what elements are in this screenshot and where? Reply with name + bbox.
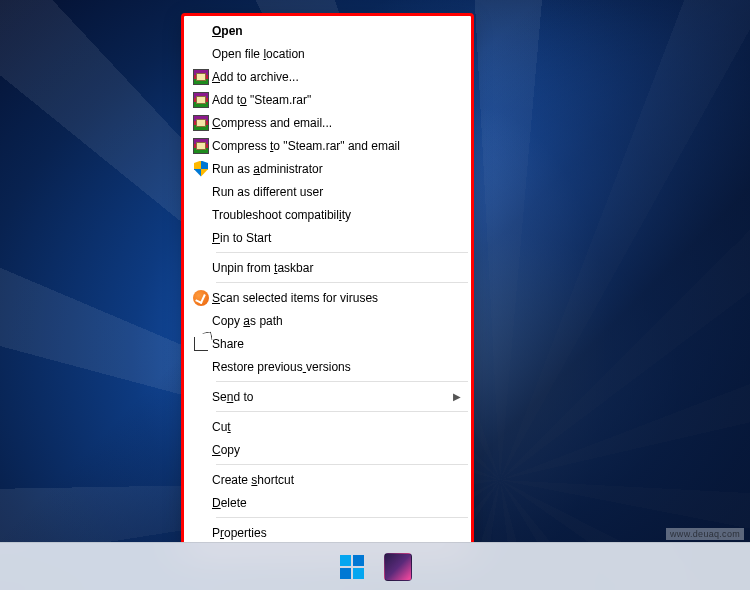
winrar-icon <box>193 69 209 85</box>
icon-slot <box>190 161 212 177</box>
menu-item-label: Compress and email... <box>212 116 461 130</box>
shield-icon <box>194 161 208 177</box>
menu-separator <box>216 411 468 412</box>
taskbar-pinned-app[interactable] <box>378 547 418 587</box>
menu-item-label: Send to <box>212 390 451 404</box>
menu-item-add-to-archive[interactable]: Add to archive... <box>186 65 469 88</box>
menu-item-add-to-steam-rar[interactable]: Add to "Steam.rar" <box>186 88 469 111</box>
menu-item-troubleshoot[interactable]: Troubleshoot compatibility <box>186 203 469 226</box>
menu-item-cut[interactable]: Cut <box>186 415 469 438</box>
watermark: www.deuaq.com <box>666 528 744 540</box>
menu-item-label: Share <box>212 337 461 351</box>
menu-separator <box>216 381 468 382</box>
icon-slot <box>190 290 212 306</box>
icon-slot <box>190 138 212 154</box>
menu-separator <box>216 464 468 465</box>
icon-slot <box>190 23 212 39</box>
icon-slot <box>190 207 212 223</box>
menu-item-label: Run as different user <box>212 185 461 199</box>
menu-item-compress-to-steam-email[interactable]: Compress to "Steam.rar" and email <box>186 134 469 157</box>
menu-item-create-shortcut[interactable]: Create shortcut <box>186 468 469 491</box>
share-icon <box>194 337 208 351</box>
winrar-icon <box>193 138 209 154</box>
menu-item-run-as-different-user[interactable]: Run as different user <box>186 180 469 203</box>
icon-slot <box>190 92 212 108</box>
icon-slot <box>190 419 212 435</box>
submenu-arrow-icon: ▶ <box>451 391 461 402</box>
icon-slot <box>190 389 212 405</box>
menu-item-label: Cut <box>212 420 461 434</box>
icon-slot <box>190 313 212 329</box>
winrar-icon <box>193 92 209 108</box>
icon-slot <box>190 472 212 488</box>
windows-icon <box>340 555 364 579</box>
icon-slot <box>190 184 212 200</box>
menu-item-label: Pin to Start <box>212 231 461 245</box>
menu-item-open-file-location[interactable]: Open file location <box>186 42 469 65</box>
menu-item-run-as-admin[interactable]: Run as administrator <box>186 157 469 180</box>
icon-slot <box>190 69 212 85</box>
menu-item-copy-as-path[interactable]: Copy as path <box>186 309 469 332</box>
icon-slot <box>190 525 212 541</box>
menu-item-label: Add to "Steam.rar" <box>212 93 461 107</box>
icon-slot <box>190 46 212 62</box>
menu-separator <box>216 252 468 253</box>
menu-item-label: Properties <box>212 526 461 540</box>
icon-slot <box>190 336 212 352</box>
menu-item-label: Scan selected items for viruses <box>212 291 461 305</box>
menu-item-label: Delete <box>212 496 461 510</box>
icon-slot <box>190 359 212 375</box>
menu-item-label: Copy <box>212 443 461 457</box>
menu-item-label: Add to archive... <box>212 70 461 84</box>
winrar-icon <box>193 115 209 131</box>
icon-slot <box>190 115 212 131</box>
icon-slot <box>190 442 212 458</box>
menu-item-label: Restore previous versions <box>212 360 461 374</box>
menu-item-send-to[interactable]: Send to▶ <box>186 385 469 408</box>
start-button[interactable] <box>332 547 372 587</box>
menu-item-label: Open file location <box>212 47 461 61</box>
menu-item-label: Run as administrator <box>212 162 461 176</box>
menu-item-unpin-taskbar[interactable]: Unpin from taskbar <box>186 256 469 279</box>
menu-item-label: Troubleshoot compatibility <box>212 208 461 222</box>
menu-separator <box>216 282 468 283</box>
menu-separator <box>216 517 468 518</box>
menu-item-delete[interactable]: Delete <box>186 491 469 514</box>
icon-slot <box>190 260 212 276</box>
menu-item-open[interactable]: Open <box>186 19 469 42</box>
context-menu: OpenOpen file locationAdd to archive...A… <box>183 15 472 548</box>
menu-item-label: Unpin from taskbar <box>212 261 461 275</box>
menu-item-share[interactable]: Share <box>186 332 469 355</box>
app-icon <box>384 553 412 581</box>
icon-slot <box>190 230 212 246</box>
menu-item-pin-to-start[interactable]: Pin to Start <box>186 226 469 249</box>
menu-item-copy[interactable]: Copy <box>186 438 469 461</box>
menu-item-properties[interactable]: Properties <box>186 521 469 544</box>
icon-slot <box>190 495 212 511</box>
menu-item-label: Create shortcut <box>212 473 461 487</box>
menu-item-compress-and-email[interactable]: Compress and email... <box>186 111 469 134</box>
menu-item-scan-viruses[interactable]: Scan selected items for viruses <box>186 286 469 309</box>
menu-item-label: Open <box>212 24 461 38</box>
taskbar <box>0 542 750 590</box>
antivirus-icon <box>193 290 209 306</box>
menu-item-restore-versions[interactable]: Restore previous versions <box>186 355 469 378</box>
menu-item-label: Copy as path <box>212 314 461 328</box>
menu-item-label: Compress to "Steam.rar" and email <box>212 139 461 153</box>
